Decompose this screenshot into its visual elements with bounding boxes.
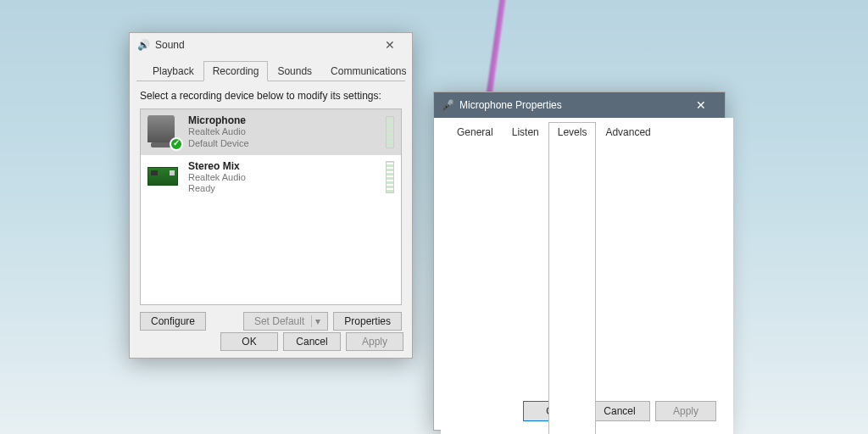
mic-properties-dialog: 🎤 Microphone Properties ✕ General Listen… [433,92,726,431]
tab-general[interactable]: General [448,122,503,434]
soundcard-icon [147,160,181,194]
cancel-button[interactable]: Cancel [589,401,650,421]
tab-advanced[interactable]: Advanced [596,122,659,434]
tab-playback[interactable]: Playback [143,61,203,81]
props-tabs: General Listen Levels Advanced [441,118,733,434]
apply-button[interactable]: Apply [346,332,403,351]
cancel-button[interactable]: Cancel [283,332,341,351]
apply-button[interactable]: Apply [655,401,716,421]
set-default-label: Set Default [254,315,304,327]
configure-button[interactable]: Configure [140,312,206,331]
level-meter [386,116,394,148]
device-name: Stereo Mix [188,160,246,172]
tab-levels[interactable]: Levels [548,122,597,434]
device-driver: Realtek Audio [188,172,246,184]
tab-sounds[interactable]: Sounds [268,61,321,81]
props-titlebar[interactable]: 🎤 Microphone Properties ✕ [434,92,725,118]
chevron-down-icon[interactable]: ▾ [311,315,324,327]
close-icon[interactable]: ✕ [375,36,405,53]
microphone-icon: 🎤 [441,98,454,112]
device-status: Default Device [188,138,249,150]
device-list: Microphone Realtek Audio Default Device … [140,108,402,305]
microphone-icon [147,115,181,149]
props-title: Microphone Properties [459,99,562,111]
device-driver: Realtek Audio [188,126,249,138]
sound-dialog: 🔊 Sound ✕ Playback Recording Sounds Comm… [129,32,413,359]
device-row-microphone[interactable]: Microphone Realtek Audio Default Device [141,109,401,155]
sound-title: Sound [155,39,185,51]
device-status: Ready [188,183,246,195]
close-icon[interactable]: ✕ [684,97,718,114]
properties-button[interactable]: Properties [333,312,402,331]
level-meter [386,161,394,193]
device-name: Microphone [188,114,249,126]
sound-tabs: Playback Recording Sounds Communications [136,57,405,81]
tab-listen[interactable]: Listen [503,122,548,434]
default-check-icon [170,137,183,151]
sound-titlebar[interactable]: 🔊 Sound ✕ [130,33,412,57]
instruction-text: Select a recording device below to modif… [140,90,402,102]
tab-recording[interactable]: Recording [203,61,269,81]
set-default-button[interactable]: Set Default ▾ [243,312,328,331]
device-row-stereo-mix[interactable]: Stereo Mix Realtek Audio Ready [141,155,401,201]
tab-communications[interactable]: Communications [321,61,415,81]
ok-button[interactable]: OK [220,332,278,351]
sound-icon: 🔊 [136,38,150,52]
